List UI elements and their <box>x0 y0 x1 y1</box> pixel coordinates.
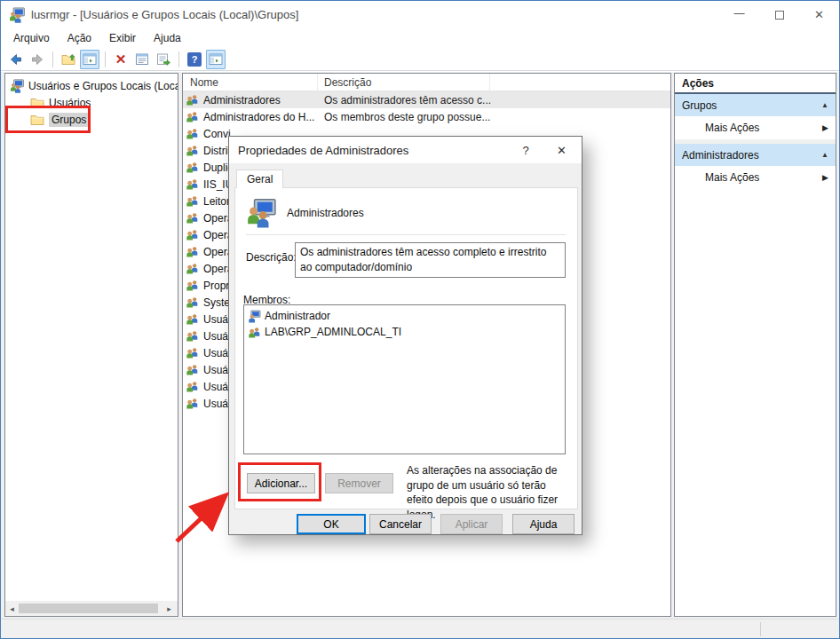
tab-geral[interactable]: Geral <box>236 170 283 188</box>
close-button[interactable]: ✕ <box>799 1 839 28</box>
mais-acoes-administradores[interactable]: Mais Ações ▶ <box>675 166 836 189</box>
scrollbar-thumb[interactable] <box>19 604 158 613</box>
menu-bar: Arquivo Ação Exibir Ajuda <box>1 28 839 48</box>
export-list-icon <box>156 52 170 67</box>
toolbar-separator <box>52 51 53 67</box>
column-header-descricao[interactable]: Descrição <box>318 74 490 91</box>
column-header-nome[interactable]: Nome <box>183 74 318 91</box>
minimize-icon: — <box>734 7 745 20</box>
group-icon <box>248 326 261 339</box>
group-icon <box>186 110 199 123</box>
group-icon <box>186 144 199 157</box>
group-icon <box>186 178 199 191</box>
list-header: Nome Descrição <box>183 74 670 91</box>
table-row[interactable]: Administradores Os administradores têm a… <box>183 91 670 108</box>
close-icon: ✕ <box>557 144 567 157</box>
help-icon: ? <box>187 52 202 67</box>
help-button[interactable]: ? <box>185 50 204 69</box>
folder-icon <box>30 113 44 127</box>
dialog-close-button[interactable]: ✕ <box>542 137 582 163</box>
dialog-help-button[interactable]: ? <box>510 137 542 163</box>
forward-icon <box>30 52 44 67</box>
mais-acoes-label: Mais Ações <box>705 122 759 134</box>
expand-icon: ▶ <box>822 123 828 132</box>
group-name: Leitor <box>203 195 230 208</box>
group-icon <box>186 245 199 258</box>
status-bar-divider <box>760 622 761 636</box>
show-action-pane-button[interactable] <box>206 50 226 69</box>
folder-up-icon <box>61 52 75 67</box>
actions-section-administradores[interactable]: Administradores ▲ <box>675 144 836 166</box>
member-name: LAB\GRP_ADMINLOCAL_TI <box>265 326 401 338</box>
group-icon <box>186 397 199 410</box>
mais-acoes-grupos[interactable]: Mais Ações ▶ <box>675 116 836 139</box>
toolbar: ✕ ? <box>1 48 839 71</box>
group-icon <box>186 312 199 326</box>
forward-button[interactable] <box>28 50 47 69</box>
up-level-button[interactable] <box>59 50 78 69</box>
menu-exibir[interactable]: Exibir <box>100 29 145 47</box>
app-window: lusrmgr - [Usuários e Grupos Locais (Loc… <box>0 0 840 639</box>
show-console-tree-button[interactable] <box>80 50 99 69</box>
dialog-tab-page: Administradores Descrição: Os administra… <box>234 187 578 509</box>
member-row-grp-adminlocal-ti[interactable]: LAB\GRP_ADMINLOCAL_TI <box>244 324 565 340</box>
menu-ajuda[interactable]: Ajuda <box>145 29 190 47</box>
tree-root-label: Usuários e Grupos Locais (Local) <box>28 80 178 92</box>
collapse-icon[interactable]: ▲ <box>821 151 828 159</box>
adicionar-button[interactable]: Adicionar... <box>247 473 315 493</box>
close-icon: ✕ <box>814 8 824 21</box>
tree-root-local-users-groups[interactable]: Usuários e Grupos Locais (Local) <box>5 77 178 94</box>
section-title: Administradores <box>682 149 759 162</box>
ok-button[interactable]: OK <box>297 514 366 534</box>
actions-title: Ações <box>675 74 836 94</box>
dialog-title: Propriedades de Administradores <box>238 144 408 157</box>
mais-acoes-label: Mais Ações <box>705 171 759 184</box>
status-bar <box>1 619 839 638</box>
group-icon <box>186 127 199 140</box>
scroll-left-icon[interactable]: ◂ <box>5 604 19 613</box>
properties-button[interactable] <box>132 50 152 69</box>
minimize-button[interactable]: — <box>719 1 759 28</box>
user-monitor-icon <box>248 310 261 323</box>
computer-users-icon <box>10 79 24 93</box>
group-icon <box>186 228 199 241</box>
maximize-icon <box>775 11 784 20</box>
group-name: Administradores <box>203 94 281 106</box>
collapse-icon[interactable]: ▲ <box>821 101 828 109</box>
toolbar-separator <box>105 51 106 67</box>
members-list[interactable]: Administrador LAB\GRP_ADMINLOCAL_TI <box>243 304 566 454</box>
description-label: Descrição: <box>246 251 297 264</box>
table-row[interactable]: Administradores do H... Os membros deste… <box>183 108 670 125</box>
group-icon <box>186 346 199 359</box>
export-list-button[interactable] <box>154 50 173 69</box>
group-icon <box>186 329 199 343</box>
horizontal-scrollbar[interactable]: ◂ ▸ <box>5 601 178 616</box>
description-field[interactable]: Os administradores têm acesso completo e… <box>295 242 566 278</box>
group-icon <box>186 296 199 309</box>
group-icon <box>186 211 199 225</box>
tree-item-usuarios[interactable]: Usuários <box>5 94 178 111</box>
ajuda-button[interactable]: Ajuda <box>512 514 575 534</box>
group-large-icon <box>246 198 276 228</box>
delete-button[interactable]: ✕ <box>111 50 131 69</box>
properties-icon <box>135 52 149 67</box>
member-name: Administrador <box>265 310 330 322</box>
group-icon <box>186 380 199 393</box>
menu-acao[interactable]: Ação <box>59 29 100 47</box>
title-bar: lusrmgr - [Usuários e Grupos Locais (Loc… <box>1 1 839 28</box>
group-name-cell: Administradores do H... <box>183 110 318 123</box>
back-button[interactable] <box>6 50 26 69</box>
action-pane-icon <box>209 52 223 67</box>
properties-dialog: Propriedades de Administradores ? ✕ Gera… <box>228 136 582 535</box>
actions-section-grupos[interactable]: Grupos ▲ <box>675 94 836 116</box>
cancelar-button[interactable]: Cancelar <box>369 514 432 534</box>
maximize-button[interactable] <box>759 1 799 28</box>
member-row-administrador[interactable]: Administrador <box>244 308 565 324</box>
scroll-right-icon[interactable]: ▸ <box>162 604 176 613</box>
group-name-cell: Administradores <box>183 93 318 106</box>
menu-arquivo[interactable]: Arquivo <box>4 29 59 47</box>
tree-item-grupos[interactable]: Grupos <box>5 111 178 128</box>
folder-icon <box>30 96 44 110</box>
lusrmgr-app-icon <box>9 7 25 23</box>
section-title: Grupos <box>682 99 717 112</box>
